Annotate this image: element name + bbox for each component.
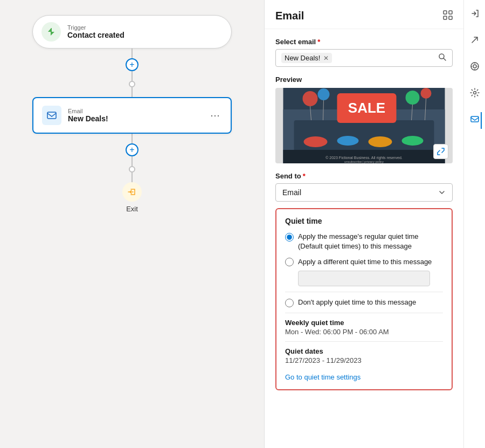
expand-preview-button[interactable] xyxy=(433,144,448,159)
svg-rect-3 xyxy=(444,16,447,19)
email-icon xyxy=(46,110,57,121)
email-node[interactable]: Email New Deals! ⋯ xyxy=(32,97,232,134)
quiet-time-custom-input xyxy=(298,271,430,286)
quiet-time-option-2-container: Apply a different quiet time to this mes… xyxy=(298,257,443,286)
preview-wrapper: SALE xyxy=(275,88,453,163)
weekly-quiet-time-value: Mon - Wed: 06:00 PM - 06:00 AM xyxy=(285,328,443,336)
sidebar-mail-icon[interactable] xyxy=(468,112,482,129)
send-to-dropdown[interactable]: Email xyxy=(275,183,453,202)
preview-svg: SALE xyxy=(275,88,453,163)
weekly-quiet-time-block: Weekly quiet time Mon - Wed: 06:00 PM - … xyxy=(285,319,443,336)
svg-point-28 xyxy=(473,65,476,68)
connector-dot-2 xyxy=(129,166,135,173)
tag-close-button[interactable]: ✕ xyxy=(323,54,329,62)
quiet-time-option-3-text: Don't apply quiet time to this message xyxy=(298,298,416,307)
exit-node-container: Exit xyxy=(122,182,142,213)
preview-label: Preview xyxy=(275,75,453,84)
go-to-quiet-time-link[interactable]: Go to quiet time settings xyxy=(285,373,361,381)
right-sidebar xyxy=(463,0,485,448)
svg-rect-34 xyxy=(471,116,479,122)
search-email-button[interactable] xyxy=(438,53,447,63)
selected-email-tag: New Deals! ✕ xyxy=(281,53,332,63)
svg-point-27 xyxy=(471,63,479,70)
canvas-area: Trigger Contact created + Email New Deal… xyxy=(0,0,264,448)
exit-label: Exit xyxy=(126,205,138,213)
svg-rect-2 xyxy=(449,11,452,14)
email-icon-wrap xyxy=(42,106,61,125)
trigger-icon-wrap xyxy=(41,22,61,42)
connector-line-1 xyxy=(131,49,133,58)
add-step-button-1[interactable]: + xyxy=(126,58,138,71)
quiet-dates-block: Quiet dates 11/27/2023 - 11/29/2023 xyxy=(285,347,443,364)
sidebar-login-icon[interactable] xyxy=(468,6,482,23)
quiet-time-option-1-text: Apply the message's regular quiet time (… xyxy=(298,232,443,251)
panel-header: Email xyxy=(265,0,463,29)
connector-line-5 xyxy=(131,156,133,166)
svg-point-15 xyxy=(421,88,432,99)
trigger-text-wrap: Trigger Contact created xyxy=(67,24,124,39)
quiet-time-option-1: Apply the message's regular quiet time (… xyxy=(285,232,443,251)
quiet-divider-3 xyxy=(285,341,443,342)
svg-rect-1 xyxy=(444,11,447,14)
required-star-send-to: * xyxy=(303,172,306,180)
panel-body: Select email * New Deals! ✕ Preview xyxy=(265,29,463,448)
send-to-section: Send to * Email xyxy=(275,172,453,202)
svg-point-20 xyxy=(304,136,328,147)
quiet-dates-label: Quiet dates xyxy=(285,347,443,355)
preview-image: SALE xyxy=(275,88,453,163)
sidebar-share-icon[interactable] xyxy=(468,33,482,50)
send-to-label: Send to * xyxy=(275,172,453,180)
select-email-field[interactable]: New Deals! ✕ xyxy=(275,49,453,67)
add-step-button-2[interactable]: + xyxy=(126,143,138,156)
svg-text:SALE: SALE xyxy=(348,100,385,116)
quiet-time-radio-1[interactable] xyxy=(285,233,294,242)
trigger-title: Contact created xyxy=(67,31,124,39)
connector-2: + xyxy=(126,134,138,182)
select-email-label: Select email * xyxy=(275,38,453,46)
required-star-email: * xyxy=(317,38,320,46)
svg-text:unsubscribe | privacy policy: unsubscribe | privacy policy xyxy=(344,160,384,163)
quiet-time-radio-3[interactable] xyxy=(285,299,294,307)
weekly-quiet-time-label: Weekly quiet time xyxy=(285,319,443,327)
trigger-icon xyxy=(46,26,57,37)
connector-line-4 xyxy=(131,134,133,143)
dropdown-chevron-icon xyxy=(438,189,446,196)
quiet-time-radio-2[interactable] xyxy=(285,258,294,266)
svg-point-14 xyxy=(406,91,420,105)
svg-point-33 xyxy=(473,92,476,94)
exit-icon xyxy=(127,187,137,197)
sidebar-target-icon[interactable] xyxy=(468,59,482,76)
email-node-title: New Deals! xyxy=(68,114,202,123)
quiet-time-box: Quiet time Apply the message's regular q… xyxy=(275,208,453,390)
sidebar-settings-icon[interactable] xyxy=(468,86,482,102)
svg-point-13 xyxy=(318,88,330,100)
quiet-divider-2 xyxy=(285,313,443,313)
quiet-dates-value: 11/27/2023 - 11/29/2023 xyxy=(285,356,443,364)
trigger-label: Trigger xyxy=(67,24,124,31)
connector-dot-1 xyxy=(129,81,135,87)
quiet-time-title: Quiet time xyxy=(285,217,443,225)
connector-line-3 xyxy=(131,87,133,97)
panel-grid-button[interactable] xyxy=(443,10,453,22)
email-node-label: Email xyxy=(68,108,202,114)
svg-point-23 xyxy=(402,136,424,146)
trigger-node[interactable]: Trigger Contact created xyxy=(32,15,232,49)
svg-point-12 xyxy=(303,91,318,106)
quiet-time-option-3: Don't apply quiet time to this message xyxy=(285,298,443,307)
connector-line-2 xyxy=(131,71,133,81)
quiet-divider-1 xyxy=(285,292,443,292)
svg-line-6 xyxy=(444,58,446,60)
email-more-button[interactable]: ⋯ xyxy=(208,107,222,123)
quiet-time-option-2-text: Apply a different quiet time to this mes… xyxy=(298,258,432,266)
svg-text:© 2023 Fictional Business. All: © 2023 Fictional Business. All rights re… xyxy=(325,156,403,160)
right-panel: Email Select email * New Deals! ✕ xyxy=(264,0,463,448)
svg-point-21 xyxy=(337,136,359,146)
panel-title: Email xyxy=(275,10,304,22)
svg-point-22 xyxy=(369,136,392,147)
quiet-time-option-2: Apply a different quiet time to this mes… xyxy=(285,257,443,286)
connector-1: + xyxy=(126,49,138,97)
email-text-wrap: Email New Deals! xyxy=(68,108,202,123)
svg-rect-0 xyxy=(47,112,56,119)
exit-icon-wrap xyxy=(122,182,142,202)
svg-rect-4 xyxy=(449,16,452,19)
